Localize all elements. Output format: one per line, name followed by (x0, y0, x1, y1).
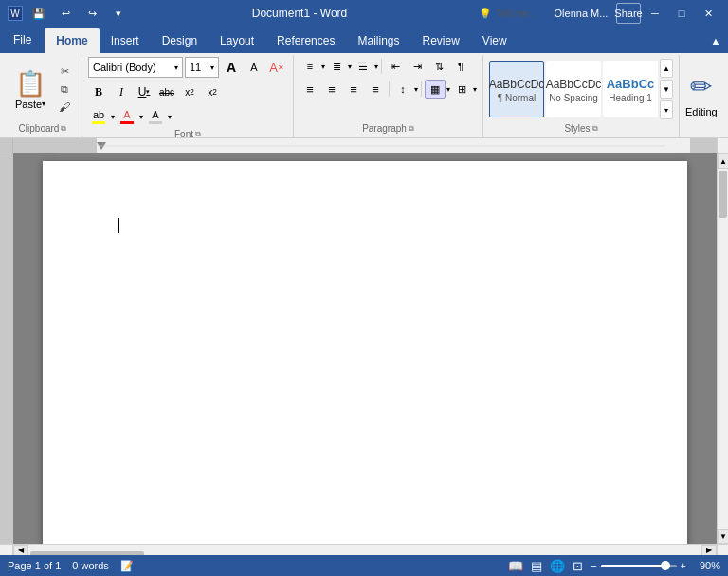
style-heading1-label: Heading 1 (609, 93, 652, 103)
zoom-slider[interactable]: − + (591, 560, 686, 571)
tab-layout[interactable]: Layout (209, 28, 265, 53)
page-indicator[interactable]: Page 1 of 1 (8, 560, 61, 571)
highlight-dropdown-icon[interactable]: ▾ (111, 113, 115, 121)
subscript-button[interactable]: x2 (179, 81, 200, 102)
styles-scroll-down-button[interactable]: ▼ (660, 80, 673, 99)
show-hide-button[interactable]: ¶ (450, 57, 471, 76)
format-painter-button[interactable]: 🖌 (53, 99, 76, 116)
styles-expand-icon[interactable]: ⧉ (592, 124, 598, 134)
line-spacing-button[interactable]: ↕ (392, 80, 413, 99)
shading-para-dropdown-icon[interactable]: ▾ (446, 85, 450, 94)
paragraph-expand-icon[interactable]: ⧉ (409, 124, 414, 134)
scroll-down-button[interactable]: ▼ (718, 529, 728, 544)
web-layout-button[interactable]: 🌐 (550, 559, 565, 573)
print-layout-button[interactable]: ▤ (531, 559, 542, 573)
document-scroll-area[interactable] (13, 153, 717, 544)
qat-overflow-button[interactable]: ▾ (108, 4, 129, 23)
font-size-dropdown[interactable]: 11 ▾ (185, 57, 219, 78)
superscript-button[interactable]: x2 (202, 81, 223, 102)
shading-para-button[interactable]: ▦ (425, 80, 446, 99)
increase-font-size-button[interactable]: A (221, 57, 242, 78)
word-count[interactable]: 0 words (72, 560, 109, 571)
bold-button[interactable]: B (88, 81, 109, 102)
close-button[interactable]: ✕ (696, 3, 720, 24)
paste-button[interactable]: 📋 Paste ▾ (9, 61, 51, 117)
increase-indent-button[interactable]: ⇥ (407, 57, 428, 76)
scroll-left-button[interactable]: ◀ (13, 545, 28, 556)
main-area: /* ticks rendered inline */ ▲ ▼ ◀ (0, 138, 728, 555)
borders-dropdown-icon[interactable]: ▾ (473, 85, 477, 94)
scroll-up-button[interactable]: ▲ (718, 153, 728, 169)
ruler-right-margin (690, 138, 717, 153)
align-center-button[interactable]: ≡ (321, 80, 342, 99)
text-highlight-button[interactable]: ab (88, 106, 109, 127)
borders-button[interactable]: ⊞ (451, 80, 472, 99)
tab-design[interactable]: Design (151, 28, 209, 53)
focus-button[interactable]: ⊡ (573, 559, 583, 573)
tab-home[interactable]: Home (45, 28, 99, 53)
undo-button[interactable]: ↩ (55, 4, 76, 23)
font-name-dropdown[interactable]: Calibri (Body) ▾ (88, 57, 183, 78)
clear-formatting-button[interactable]: A✕ (266, 57, 287, 78)
bullets-dropdown-icon[interactable]: ▾ (321, 63, 325, 71)
align-right-button[interactable]: ≡ (343, 80, 364, 99)
zoom-level[interactable]: 90% (694, 560, 720, 571)
minimize-button[interactable]: ─ (643, 3, 667, 24)
style-heading1[interactable]: AaBbCc Heading 1 (603, 61, 658, 117)
save-button[interactable]: 💾 (28, 4, 49, 23)
cut-button[interactable]: ✂ (53, 63, 76, 80)
tab-mailings[interactable]: Mailings (346, 28, 410, 53)
user-account-button[interactable]: Olenna M... (548, 3, 614, 24)
zoom-thumb[interactable] (661, 561, 670, 570)
ribbon-collapse-button[interactable]: ▲ (703, 30, 728, 51)
numbering-dropdown-icon[interactable]: ▾ (348, 63, 352, 71)
multilevel-list-button[interactable]: ☰ (353, 57, 373, 76)
multilevel-dropdown-icon[interactable]: ▾ (374, 63, 378, 71)
sort-button[interactable]: ⇅ (428, 57, 449, 76)
tab-insert[interactable]: Insert (100, 28, 151, 53)
font-color-dropdown-icon[interactable]: ▾ (139, 113, 143, 121)
tab-view[interactable]: View (471, 28, 519, 53)
numbering-button[interactable]: ≣ (326, 57, 347, 76)
redo-button[interactable]: ↪ (82, 4, 102, 23)
font-color-button[interactable]: A (117, 106, 137, 127)
language-indicator[interactable]: 📝 (120, 560, 134, 572)
bullets-button[interactable]: ≡ (300, 57, 320, 76)
shading-dropdown-icon[interactable]: ▾ (168, 113, 172, 121)
clipboard-group: 📋 Paste ▾ ✂ ⧉ 🖌 Clipboard ⧉ (4, 55, 82, 137)
tab-references[interactable]: References (265, 28, 346, 53)
line-spacing-dropdown-icon[interactable]: ▾ (414, 85, 418, 94)
tab-file[interactable]: File (0, 27, 45, 53)
copy-button[interactable]: ⧉ (53, 81, 76, 98)
italic-button[interactable]: I (111, 81, 132, 102)
clipboard-expand-icon[interactable]: ⧉ (61, 124, 66, 134)
read-mode-button[interactable]: 📖 (508, 559, 523, 573)
strikethrough-button[interactable]: abc (156, 81, 177, 102)
editing-label: Editing (685, 106, 718, 117)
styles-expand-button[interactable]: ▾ (660, 100, 673, 119)
font-expand-icon[interactable]: ⧉ (195, 130, 201, 139)
zoom-in-icon[interactable]: + (681, 560, 686, 571)
tab-review[interactable]: Review (410, 28, 470, 53)
zoom-track[interactable] (601, 565, 677, 567)
decrease-indent-button[interactable]: ⇤ (385, 57, 406, 76)
tell-me-search[interactable]: 💡 Tell me... (470, 5, 546, 23)
styles-scroll-up-button[interactable]: ▲ (660, 59, 673, 78)
tell-me-placeholder: Tell me... (496, 8, 537, 19)
document-page[interactable] (43, 161, 687, 544)
maximize-button[interactable]: □ (669, 3, 694, 24)
underline-button[interactable]: U ▾ (134, 81, 155, 102)
scroll-right-button[interactable]: ▶ (701, 545, 717, 556)
style-normal[interactable]: AaBbCcDc ¶ Normal (489, 61, 544, 117)
editing-icon[interactable]: ✏ (690, 71, 712, 102)
share-button[interactable]: Share (616, 3, 641, 24)
zoom-out-icon[interactable]: − (591, 560, 596, 571)
align-left-button[interactable]: ≡ (300, 80, 320, 99)
style-no-spacing[interactable]: AaBbCcDc No Spacing (546, 61, 601, 117)
ruler-row: /* ticks rendered inline */ (0, 138, 728, 153)
shading-color-bar (149, 121, 162, 124)
shading-button[interactable]: A (145, 106, 166, 127)
scroll-thumb-vertical[interactable] (719, 171, 727, 218)
justify-button[interactable]: ≡ (365, 80, 386, 99)
decrease-font-size-button[interactable]: A (244, 57, 264, 78)
